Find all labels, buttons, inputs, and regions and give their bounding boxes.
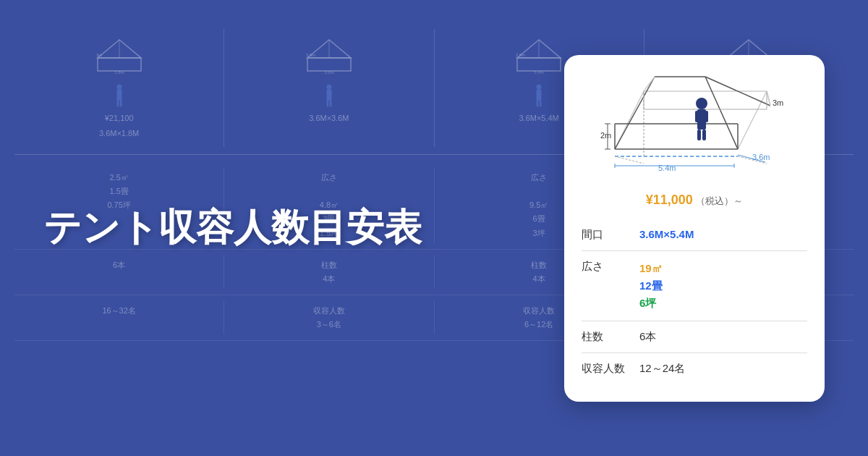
page-title: テント収容人数目安表 [43, 203, 422, 253]
svg-line-51 [615, 156, 644, 164]
svg-rect-57 [695, 111, 698, 122]
svg-text:2m: 2m [600, 131, 611, 140]
value-hashira: 6本 [639, 321, 807, 352]
table-row-hirosa: 広さ 19㎡ 12畳 6坪 [582, 250, 807, 321]
svg-text:5.4m: 5.4m [658, 164, 676, 172]
svg-point-53 [696, 98, 707, 109]
main-content: テント収容人数目安表 [0, 0, 868, 456]
product-card: 2m 3m 5.4m 3.6m ¥11,000 （税込）～ [564, 55, 825, 402]
label-hirosa: 広さ [582, 250, 639, 321]
svg-rect-56 [702, 130, 706, 140]
svg-line-37 [615, 77, 655, 149]
svg-rect-54 [697, 109, 706, 130]
price-section: ¥11,000 （税込）～ [582, 193, 807, 208]
svg-text:3.6m: 3.6m [752, 153, 770, 161]
svg-line-41 [767, 91, 770, 106]
label-hashira: 柱数 [582, 321, 639, 352]
value-capacity: 12～24名 [639, 352, 807, 384]
svg-line-38 [705, 77, 738, 149]
multi-value-hirosa: 19㎡ 12畳 6坪 [639, 260, 807, 312]
label-maguchi: 間口 [582, 219, 639, 251]
table-row-capacity: 収容人数 12～24名 [582, 352, 807, 384]
label-capacity: 収容人数 [582, 352, 639, 384]
price-value: ¥11,000 [646, 193, 693, 207]
tent-illustration: 2m 3m 5.4m 3.6m [582, 69, 807, 185]
table-row-maguchi: 間口 3.6M×5.4M [582, 219, 807, 251]
left-section: テント収容人数目安表 [43, 203, 521, 253]
svg-line-34 [738, 91, 767, 149]
info-table: 間口 3.6M×5.4M 広さ 19㎡ 12畳 6坪 柱数 6本 [582, 219, 807, 384]
price-tax: （税込）～ [696, 195, 743, 206]
svg-rect-58 [705, 111, 708, 122]
svg-text:3m: 3m [773, 98, 783, 107]
tent-svg: 2m 3m 5.4m 3.6m [593, 69, 796, 185]
svg-rect-55 [697, 130, 701, 140]
svg-line-39 [644, 77, 655, 91]
table-row-hashira: 柱数 6本 [582, 321, 807, 352]
value-maguchi: 3.6M×5.4M [639, 219, 807, 251]
value-hirosa: 19㎡ 12畳 6坪 [639, 250, 807, 321]
